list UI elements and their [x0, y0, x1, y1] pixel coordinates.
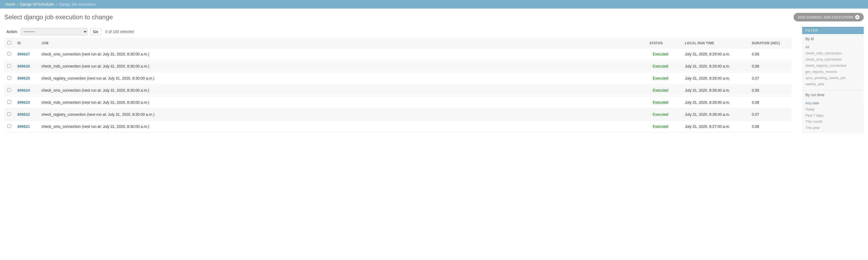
runtime-cell: July 31, 2020, 8:28:00 a.m. [682, 109, 749, 121]
breadcrumb-separator: › [56, 2, 57, 6]
job-cell: check_registry_connection (next run at: … [38, 109, 650, 121]
filter-option[interactable]: This month [802, 118, 864, 125]
runtime-cell: July 31, 2020, 8:28:00 a.m. [682, 96, 749, 109]
plus-icon: + [855, 15, 860, 19]
filter-option[interactable]: Today [802, 106, 864, 112]
table-row: 899622check_registry_connection (next ru… [4, 109, 792, 121]
row-select-checkbox[interactable] [7, 64, 11, 67]
row-select-checkbox[interactable] [7, 112, 11, 116]
filter-option[interactable]: weekly_jobs [802, 81, 864, 87]
job-execution-id-link[interactable]: 899621 [18, 124, 30, 129]
runtime-cell: July 31, 2020, 8:29:00 a.m. [682, 73, 749, 84]
runtime-cell: July 31, 2020, 8:28:00 a.m. [682, 84, 749, 96]
column-header-runtime[interactable]: LOCAL RUN TIME [682, 38, 749, 48]
row-select-checkbox[interactable] [7, 124, 11, 128]
duration-cell: 0.08 [749, 60, 792, 73]
breadcrumb-current: Django job executions [59, 2, 96, 6]
breadcrumb-app[interactable]: Django APScheduler [20, 2, 54, 6]
breadcrumb: Home › Django APScheduler › Django job e… [0, 0, 868, 8]
runtime-cell: July 31, 2020, 8:29:00 a.m. [682, 60, 749, 73]
job-cell: check_mds_connection (next run at: July … [38, 60, 650, 73]
runtime-cell: July 31, 2020, 8:29:00 a.m. [682, 48, 749, 60]
column-header-job[interactable]: JOB [38, 38, 650, 48]
filter-option[interactable]: get_registry_records [802, 68, 864, 75]
table-row: 899625check_registry_connection (next ru… [4, 73, 792, 84]
breadcrumb-home[interactable]: Home [5, 2, 15, 6]
filter-option[interactable]: Any date [802, 100, 864, 106]
duration-cell: 0.08 [749, 96, 792, 109]
row-select-checkbox[interactable] [7, 76, 11, 80]
action-bar: Action: --------- Go 0 of 100 selected [4, 27, 792, 38]
table-row: 899624check_oms_connection (next run at:… [4, 84, 792, 96]
select-all-checkbox[interactable] [7, 41, 11, 45]
status-cell: Executed [653, 76, 668, 80]
duration-cell: 0.09 [749, 48, 792, 60]
go-button[interactable]: Go [90, 28, 101, 35]
job-cell: check_oms_connection (next run at: July … [38, 121, 650, 133]
selection-count: 0 of 100 selected [105, 29, 134, 34]
add-django-job-execution-button[interactable]: ADD DJANGO JOB EXECUTION + [794, 13, 864, 22]
filter-option[interactable]: check_mds_connection [802, 50, 864, 56]
job-execution-id-link[interactable]: 899623 [18, 100, 30, 105]
status-cell: Executed [653, 88, 668, 92]
status-cell: Executed [653, 52, 668, 56]
duration-cell: 0.09 [749, 84, 792, 96]
column-header-status[interactable]: STATUS [650, 38, 682, 48]
add-button-label: ADD DJANGO JOB EXECUTION [798, 15, 853, 19]
status-cell: Executed [653, 100, 668, 105]
column-header-duration[interactable]: DURATION (SEC) [749, 38, 792, 48]
row-select-checkbox[interactable] [7, 88, 11, 92]
job-execution-id-link[interactable]: 899626 [18, 64, 30, 68]
filter-option[interactable]: check_oms_connection [802, 56, 864, 62]
table-row: 899623check_mds_connection (next run at:… [4, 96, 792, 109]
job-execution-id-link[interactable]: 899624 [18, 88, 30, 92]
duration-cell: 0.07 [749, 73, 792, 84]
status-cell: Executed [653, 112, 668, 117]
column-header-id[interactable]: ID [14, 38, 38, 48]
filter-option[interactable]: This year [802, 125, 864, 131]
duration-cell: 0.07 [749, 109, 792, 121]
filter-option[interactable]: Past 7 days [802, 112, 864, 118]
row-select-checkbox[interactable] [7, 52, 11, 56]
job-cell: check_oms_connection (next run at: July … [38, 48, 650, 60]
job-cell: check_mds_connection (next run at: July … [38, 96, 650, 109]
filter-panel: FILTER By idAllcheck_mds_connectioncheck… [802, 27, 864, 134]
filter-option[interactable]: sync_pending_clients_job [802, 75, 864, 81]
job-executions-table: ID JOB STATUS LOCAL RUN TIME DURATION (S… [4, 38, 792, 133]
runtime-cell: July 31, 2020, 8:27:00 a.m. [682, 121, 749, 133]
filter-group-title: By id [802, 34, 864, 43]
table-row: 899626check_mds_connection (next run at:… [4, 60, 792, 73]
filter-group-title: By run time [802, 90, 864, 99]
action-select[interactable]: --------- [21, 28, 88, 35]
job-execution-id-link[interactable]: 899627 [18, 52, 30, 56]
breadcrumb-separator: › [17, 2, 18, 6]
page-title: Select django job execution to change [4, 13, 113, 21]
action-label: Action: [6, 29, 18, 34]
filter-option[interactable]: All [802, 44, 864, 50]
table-row: 899621check_oms_connection (next run at:… [4, 121, 792, 133]
job-cell: check_registry_connection (next run at: … [38, 73, 650, 84]
status-cell: Executed [653, 124, 668, 129]
filter-option[interactable]: check_registry_connection [802, 62, 864, 68]
filter-panel-title: FILTER [802, 27, 864, 34]
table-row: 899627check_oms_connection (next run at:… [4, 48, 792, 60]
duration-cell: 0.08 [749, 121, 792, 133]
job-execution-id-link[interactable]: 899622 [18, 112, 30, 117]
job-cell: check_oms_connection (next run at: July … [38, 84, 650, 96]
status-cell: Executed [653, 64, 668, 68]
row-select-checkbox[interactable] [7, 100, 11, 104]
job-execution-id-link[interactable]: 899625 [18, 76, 30, 80]
